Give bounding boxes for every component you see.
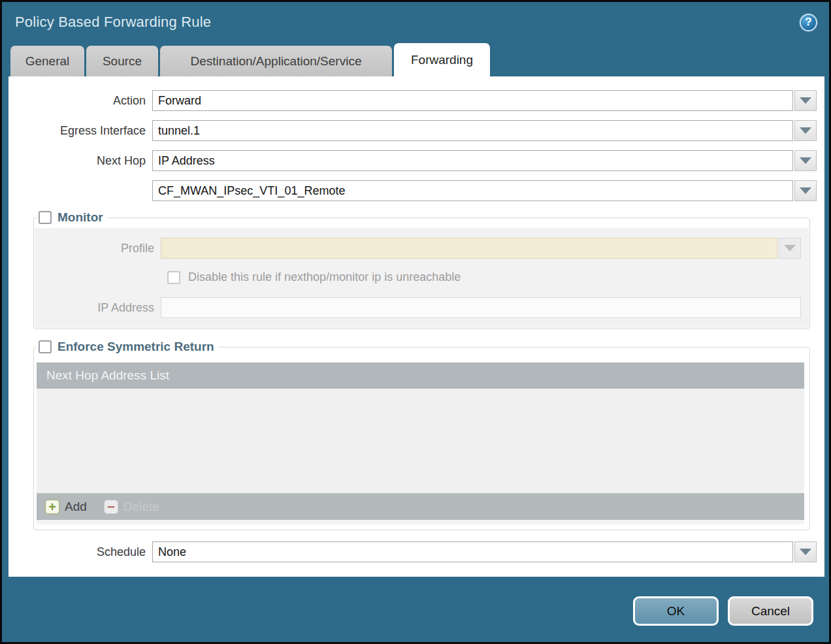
delete-button-label: Delete	[123, 500, 159, 514]
profile-dropdown-button	[779, 238, 801, 259]
ok-button[interactable]: OK	[633, 596, 719, 626]
schedule-dropdown-button[interactable]	[794, 541, 817, 562]
chevron-down-icon	[800, 127, 811, 134]
chevron-down-icon	[800, 97, 811, 104]
tab-forwarding[interactable]: Forwarding	[394, 43, 490, 76]
add-button-label: Add	[65, 500, 87, 514]
tab-source[interactable]: Source	[86, 46, 158, 76]
schedule-select[interactable]: None	[152, 541, 793, 562]
egress-interface-row: Egress Interface tunnel.1	[26, 120, 817, 141]
add-icon: +	[45, 500, 59, 514]
disable-rule-row: Disable this rule if nexthop/monitor ip …	[35, 270, 801, 284]
action-label: Action	[26, 94, 146, 108]
delete-icon: −	[104, 500, 118, 514]
next-hop-address-row: CF_MWAN_IPsec_VTI_01_Remote	[26, 180, 817, 201]
next-hop-address-table: Next Hop Address List + Add − Delete	[37, 362, 804, 524]
egress-interface-dropdown-button[interactable]	[794, 120, 817, 141]
chevron-down-icon	[784, 245, 796, 251]
help-icon[interactable]: ?	[800, 14, 817, 31]
next-hop-address-select[interactable]: CF_MWAN_IPsec_VTI_01_Remote	[152, 180, 793, 201]
next-hop-label: Next Hop	[26, 154, 146, 168]
egress-interface-label: Egress Interface	[26, 124, 146, 138]
schedule-label: Schedule	[26, 545, 146, 559]
delete-button: − Delete	[104, 500, 159, 514]
profile-select	[161, 238, 777, 259]
enforce-symmetric-return-section: Enforce Symmetric Return Next Hop Addres…	[33, 340, 810, 530]
action-row: Action Forward	[26, 90, 817, 111]
forwarding-tab-panel: Action Forward Egress Interface tunnel.1…	[8, 76, 824, 577]
monitor-ip-address-label: IP Address	[35, 301, 154, 315]
next-hop-type-select[interactable]: IP Address	[152, 150, 793, 171]
monitor-panel: Profile Disable this rule if nexthop/mon…	[35, 228, 809, 328]
next-hop-address-list-body[interactable]	[37, 389, 804, 493]
profile-label: Profile	[35, 242, 154, 255]
enforce-symmetric-return-checkbox[interactable]	[39, 340, 52, 353]
monitor-checkbox[interactable]	[39, 211, 52, 224]
dialog-button-bar: OK Cancel	[2, 596, 829, 626]
chevron-down-icon	[800, 157, 811, 164]
chevron-down-icon	[800, 549, 811, 555]
table-footer-toolbar: + Add − Delete	[37, 493, 804, 520]
add-button[interactable]: + Add	[45, 500, 87, 514]
disable-rule-checkbox	[167, 271, 180, 284]
egress-interface-select[interactable]: tunnel.1	[152, 120, 793, 141]
monitor-ip-address-input	[161, 297, 801, 318]
enforce-symmetric-return-legend: Enforce Symmetric Return	[57, 340, 214, 354]
profile-row: Profile	[35, 238, 801, 259]
next-hop-address-dropdown-button[interactable]	[794, 180, 817, 201]
dialog-titlebar: Policy Based Forwarding Rule ?	[2, 2, 829, 42]
action-dropdown-button[interactable]	[794, 90, 817, 111]
cancel-button[interactable]: Cancel	[728, 596, 813, 626]
monitor-legend: Monitor	[57, 210, 103, 225]
tab-general[interactable]: General	[10, 46, 84, 76]
chevron-down-icon	[800, 187, 811, 194]
monitor-ip-address-row: IP Address	[35, 297, 801, 318]
tab-destination-application-service[interactable]: Destination/Application/Service	[160, 46, 392, 76]
next-hop-row: Next Hop IP Address	[26, 150, 817, 171]
monitor-section: Monitor Profile Disable this rule if nex…	[33, 210, 810, 329]
next-hop-address-list-header: Next Hop Address List	[37, 362, 804, 389]
disable-rule-label: Disable this rule if nexthop/monitor ip …	[188, 270, 461, 284]
tab-bar: General Source Destination/Application/S…	[2, 42, 829, 76]
dialog-title: Policy Based Forwarding Rule	[15, 14, 211, 31]
next-hop-dropdown-button[interactable]	[794, 150, 817, 171]
action-select[interactable]: Forward	[152, 90, 793, 111]
schedule-row: Schedule None	[26, 541, 817, 562]
